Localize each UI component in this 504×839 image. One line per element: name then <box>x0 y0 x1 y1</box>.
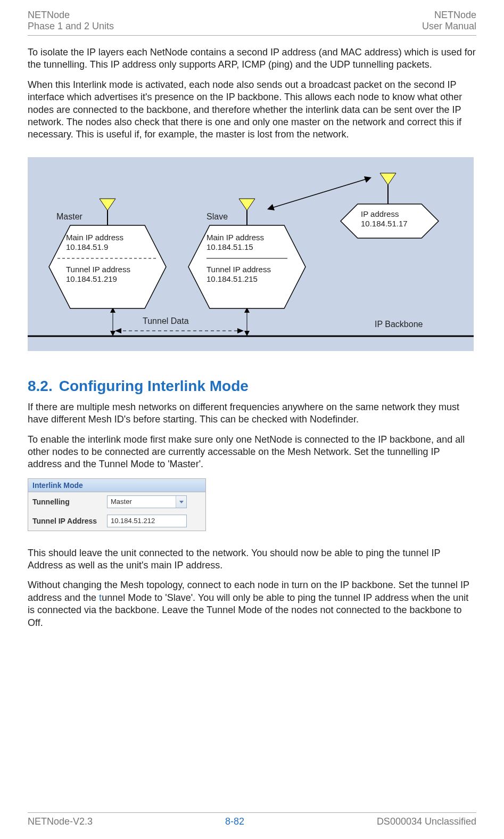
svg-marker-24 <box>179 501 184 503</box>
svg-marker-8 <box>115 328 121 333</box>
network-diagram: Master Slave Main IP address 10.184.51.9… <box>28 157 474 351</box>
svg-marker-9 <box>237 328 244 333</box>
paragraph-2: When this Interlink mode is activated, e… <box>28 79 476 141</box>
master-main-ip-label: Main IP address <box>66 233 123 243</box>
slave-main-ip-value: 10.184.51.15 <box>206 242 264 252</box>
slave-main-ip-label: Main IP address <box>206 233 264 243</box>
interlink-panel-title: Interlink Mode <box>28 479 205 492</box>
svg-marker-14 <box>380 173 396 185</box>
tunnelling-value: Master <box>108 498 176 506</box>
antenna-slave-icon <box>239 199 255 225</box>
tunnelling-row: Tunnelling Master <box>28 492 205 511</box>
svg-marker-12 <box>239 199 255 210</box>
footer-right: DS000034 Unclassified <box>377 816 476 827</box>
tunnel-ip-row: Tunnel IP Address 10.184.51.212 <box>28 511 205 531</box>
footer-page-number: 8-82 <box>225 816 244 827</box>
tunnel-ip-label: Tunnel IP Address <box>32 517 107 525</box>
right-ip-label: IP address <box>361 209 408 219</box>
section-number: 8.2. <box>28 378 53 394</box>
header-left: NETNode Phase 1 and 2 Units <box>28 10 114 32</box>
paragraph-4: To enable the interlink mode first make … <box>28 434 476 471</box>
tunnelling-dropdown[interactable]: Master <box>107 495 187 508</box>
hdr-right-line1: NETNode <box>422 10 476 21</box>
tunnelling-label: Tunnelling <box>32 498 107 506</box>
antenna-master-icon <box>100 199 115 225</box>
ip-backbone-label: IP Backbone <box>375 320 423 329</box>
svg-marker-18 <box>364 176 371 183</box>
paragraph-3: If there are multiple mesh networks on d… <box>28 401 476 426</box>
tunnel-ip-input[interactable]: 10.184.51.212 <box>107 515 187 527</box>
section-heading: 8.2.Configuring Interlink Mode <box>28 378 476 395</box>
master-tunnel-ip-label: Tunnel IP address <box>66 265 130 275</box>
interlink-mode-panel: Interlink Mode Tunnelling Master Tunnel … <box>28 478 206 531</box>
hdr-left-line1: NETNode <box>28 10 114 21</box>
tunnel-data-label: Tunnel Data <box>143 316 189 326</box>
master-tunnel-ip-value: 10.184.51.219 <box>66 274 130 284</box>
chevron-down-icon <box>176 496 186 508</box>
tunnel-ip-value: 10.184.51.212 <box>111 517 155 525</box>
paragraph-5: This should leave the unit connected to … <box>28 547 476 572</box>
slave-label: Slave <box>206 212 228 222</box>
slave-tunnel-ip-value: 10.184.51.215 <box>206 274 271 284</box>
hdr-right-line2: User Manual <box>422 21 476 32</box>
slave-tunnel-ip-label: Tunnel IP address <box>206 265 271 275</box>
svg-line-16 <box>270 178 368 208</box>
svg-marker-10 <box>100 199 115 210</box>
section-title: Configuring Interlink Mode <box>59 378 249 394</box>
header-right: NETNode User Manual <box>422 10 476 32</box>
footer-left: NETNode-V2.3 <box>28 816 93 827</box>
paragraph-6: Without changing the Mesh topology, conn… <box>28 579 476 629</box>
page-footer: NETNode-V2.3 8-82 DS000034 Unclassified <box>28 812 476 827</box>
hdr-left-line2: Phase 1 and 2 Units <box>28 21 114 32</box>
paragraph-1: To isolate the IP layers each NetNode co… <box>28 46 476 71</box>
master-label: Master <box>56 212 82 222</box>
svg-marker-17 <box>267 204 275 210</box>
right-ip-value: 10.184.51.17 <box>361 219 408 229</box>
master-main-ip-value: 10.184.51.9 <box>66 242 123 252</box>
page-header: NETNode Phase 1 and 2 Units NETNode User… <box>28 10 476 36</box>
antenna-right-icon <box>380 173 396 204</box>
